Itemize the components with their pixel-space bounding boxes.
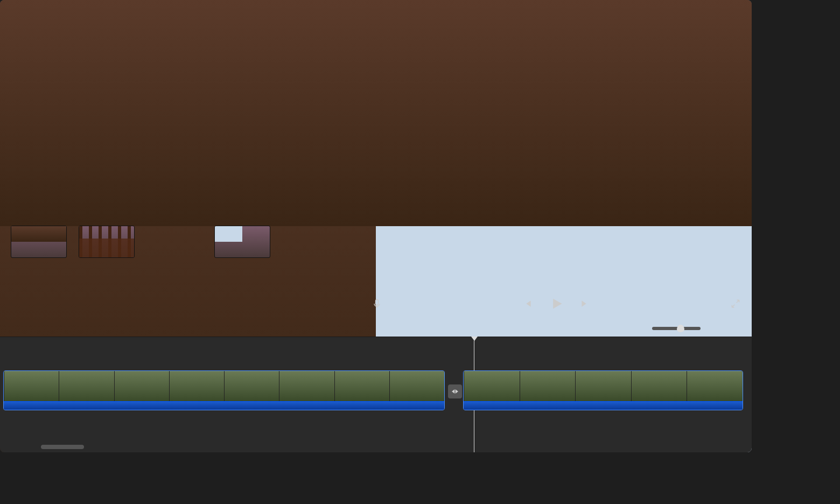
transitions-grid: Cross DissolveCross BlurFade to BlackFad… <box>4 76 356 320</box>
timeline-panel: 0:10 / 1:42 Settings <box>0 320 752 452</box>
video-clip[interactable] <box>463 370 743 410</box>
transition-thumbnail <box>79 226 135 258</box>
playback-controls <box>361 288 752 320</box>
audio-waveform <box>4 401 444 410</box>
upper-pane: My Media Audio Titles Backgrounds Transi… <box>0 19 752 320</box>
browser-panel: My Media Audio Titles Backgrounds Transi… <box>0 19 361 320</box>
video-clip[interactable] <box>3 370 445 410</box>
timeline-track-area[interactable] <box>0 337 752 452</box>
fullscreen-button[interactable] <box>730 298 741 309</box>
transition-thumbnail <box>214 226 270 258</box>
svg-rect-13 <box>376 300 379 305</box>
transition-marker[interactable] <box>448 384 462 398</box>
prev-button[interactable] <box>522 298 533 309</box>
audio-waveform <box>464 401 743 410</box>
play-button[interactable] <box>549 296 564 311</box>
voiceover-mic-button[interactable] <box>372 298 382 309</box>
app-window: Projects My Movie My Media Audio Titles … <box>0 0 752 452</box>
transition-wipe-up[interactable]: Wipe Up <box>282 177 338 220</box>
transition-thumbnail <box>11 226 67 258</box>
transition-thumbnail <box>282 177 338 209</box>
timeline-scrollbar[interactable] <box>3 445 748 450</box>
zoom-slider[interactable] <box>652 327 701 330</box>
next-button[interactable] <box>580 298 591 309</box>
